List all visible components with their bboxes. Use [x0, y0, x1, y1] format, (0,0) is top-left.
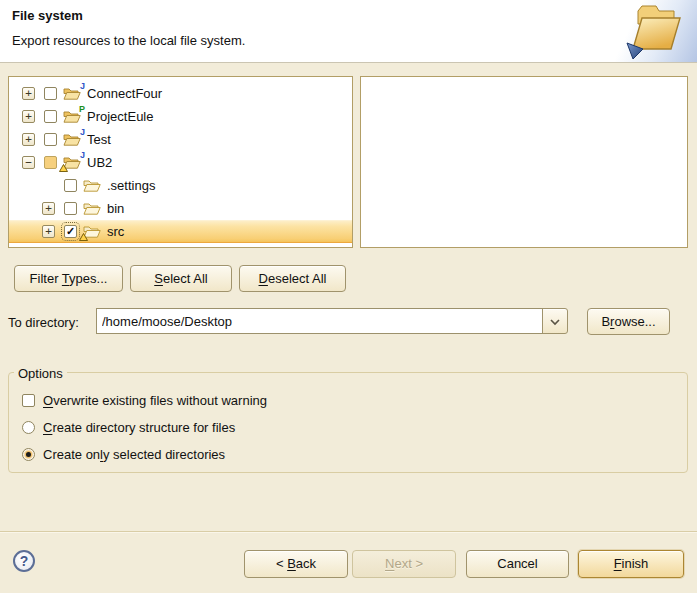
folder-icon: J [63, 155, 81, 170]
label-part: B [601, 314, 610, 329]
label-part: ext > [394, 556, 423, 571]
tree-row[interactable]: .settings [9, 174, 352, 197]
tree-row[interactable]: + J Test [9, 128, 352, 151]
export-file-system-dialog: File system Export resources to the loca… [0, 0, 697, 593]
select-all-button[interactable]: Select All [130, 265, 232, 292]
tree-item-label: ProjectEule [86, 109, 153, 124]
label-part: verwrite existing files without warning [53, 393, 267, 408]
label-part: B [287, 556, 296, 571]
tree-checkbox[interactable]: ✓ [64, 225, 77, 238]
label-part: F [614, 556, 622, 571]
deselect-all-button[interactable]: Deselect All [239, 265, 346, 292]
option-label: Overwrite existing files without warning [43, 393, 267, 408]
page-title: File system [12, 8, 83, 23]
create-selected-radio[interactable] [22, 448, 35, 461]
label-part: Create on [43, 447, 100, 462]
page-subtitle: Export resources to the local file syste… [12, 33, 245, 48]
tree-item-label: .settings [106, 178, 155, 193]
tree-row[interactable]: + ✓ src [9, 220, 352, 243]
browse-button[interactable]: Browse... [587, 308, 670, 335]
label-part: inish [622, 556, 649, 571]
label-part: T [62, 271, 69, 286]
label-part: C [43, 420, 52, 435]
option-label: Create directory structure for files [43, 420, 235, 435]
folder-icon [83, 178, 101, 193]
cancel-button[interactable]: Cancel [466, 550, 569, 578]
tree-checkbox[interactable] [44, 87, 57, 100]
label-part: N [385, 556, 394, 571]
resource-tree[interactable]: + J ConnectFour + P ProjectEule + [8, 76, 353, 248]
wizard-banner: File system Export resources to the loca… [0, 0, 697, 63]
to-directory-label: To directory: [8, 315, 79, 330]
expander-toggle[interactable]: − [22, 156, 35, 169]
to-directory-dropdown-button[interactable] [542, 308, 568, 334]
tree-row[interactable]: + P ProjectEule [9, 105, 352, 128]
label-part: O [43, 393, 53, 408]
label-part: y selected directories [103, 447, 225, 462]
to-directory-input[interactable] [96, 308, 543, 334]
label-part: eselect All [268, 271, 327, 286]
file-list-panel[interactable] [360, 76, 688, 248]
tree-item-label: ConnectFour [86, 86, 162, 101]
tree-checkbox[interactable] [44, 133, 57, 146]
project-decorator: J [80, 81, 85, 91]
tree-checkbox[interactable] [44, 156, 57, 169]
project-decorator: J [80, 127, 85, 137]
tree-item-label: Test [86, 132, 111, 147]
expander-toggle[interactable]: + [42, 225, 55, 238]
create-structure-radio[interactable] [22, 421, 35, 434]
label-part: owse... [614, 314, 655, 329]
tree-checkbox[interactable] [64, 202, 77, 215]
label-part: ack [296, 556, 316, 571]
folder-icon: J [63, 132, 81, 147]
folder-icon [83, 224, 101, 239]
export-folder-icon [624, 2, 686, 60]
label-part: < [276, 556, 287, 571]
footer-separator [0, 531, 697, 532]
label-part: Cancel [497, 556, 537, 571]
tree-row[interactable]: + bin [9, 197, 352, 220]
chevron-down-icon [549, 318, 561, 326]
question-mark-icon: ? [20, 553, 29, 569]
option-overwrite-existing[interactable]: Overwrite existing files without warning [22, 392, 267, 408]
warning-icon [59, 164, 68, 172]
warning-icon [79, 233, 88, 241]
expander-toggle[interactable]: + [42, 202, 55, 215]
label-part: reate directory structure for files [52, 420, 235, 435]
folder-icon: P [63, 109, 81, 124]
expander-toggle[interactable]: + [22, 133, 35, 146]
option-create-directory-structure[interactable]: Create directory structure for files [22, 419, 235, 435]
overwrite-checkbox[interactable] [22, 394, 35, 407]
tree-checkbox[interactable] [44, 110, 57, 123]
label-part: elect All [163, 271, 208, 286]
label-part: ypes... [69, 271, 107, 286]
tree-item-label: src [106, 224, 124, 239]
tree-checkbox[interactable] [64, 179, 77, 192]
help-button[interactable]: ? [13, 550, 35, 572]
option-create-only-selected[interactable]: Create only selected directories [22, 446, 225, 462]
label-part: Filter [30, 271, 62, 286]
filter-types-button[interactable]: Filter Types... [14, 265, 123, 292]
option-label: Create only selected directories [43, 447, 225, 462]
tree-item-label: bin [106, 201, 124, 216]
finish-button[interactable]: Finish [578, 550, 684, 578]
expander-toggle[interactable]: + [22, 110, 35, 123]
folder-icon: J [63, 86, 81, 101]
options-group-title: Options [14, 366, 67, 381]
label-part: S [154, 271, 163, 286]
tree-item-label: UB2 [86, 155, 112, 170]
label-part: D [259, 271, 268, 286]
next-button: Next > [352, 550, 456, 578]
back-button[interactable]: < Back [244, 550, 348, 578]
expander-toggle[interactable]: + [22, 87, 35, 100]
project-decorator: P [79, 104, 85, 114]
folder-icon [83, 201, 101, 216]
tree-row[interactable]: + J ConnectFour [9, 82, 352, 105]
project-decorator: J [80, 150, 85, 160]
tree-row[interactable]: − J UB2 [9, 151, 352, 174]
